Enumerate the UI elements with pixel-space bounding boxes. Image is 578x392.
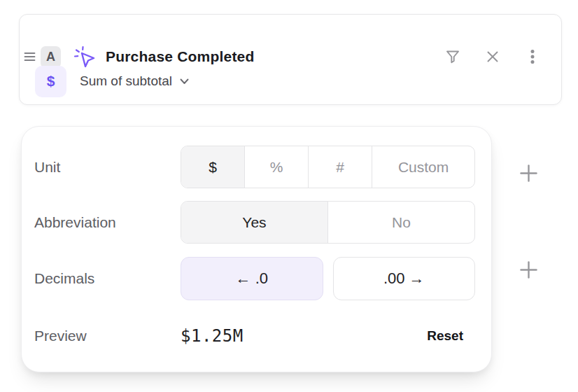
unit-option-currency[interactable]: $: [181, 146, 244, 188]
decimals-label: Decimals: [34, 270, 181, 287]
preview-value: $1.25M: [181, 326, 244, 346]
event-actions: [444, 48, 542, 66]
abbreviation-option-no[interactable]: No: [327, 202, 474, 243]
unit-row: Unit $ % # Custom: [34, 146, 475, 188]
abbreviation-row: Abbreviation Yes No: [34, 201, 475, 244]
unit-option-number[interactable]: #: [308, 146, 372, 188]
add-button-lower[interactable]: [519, 260, 538, 279]
metric-symbol-badge: $: [35, 66, 66, 97]
screen: A Purchase Completed: [0, 0, 578, 392]
decimals-controls: ← .0 .00 →: [181, 257, 475, 300]
abbreviation-segmented-control: Yes No: [181, 201, 475, 244]
format-panel: Unit $ % # Custom Abbreviation Yes No De…: [21, 126, 492, 372]
plus-icon: [519, 260, 538, 279]
metric-dropdown[interactable]: Sum of subtotal: [80, 74, 189, 89]
reset-button[interactable]: Reset: [427, 328, 463, 344]
close-icon[interactable]: [484, 48, 502, 66]
preview-row: Preview $1.25M Reset: [34, 314, 475, 358]
plus-icon: [519, 164, 538, 183]
decimals-row: Decimals ← .0 .00 →: [34, 257, 475, 300]
event-card: A Purchase Completed: [19, 14, 562, 105]
unit-label: Unit: [34, 159, 181, 176]
chevron-down-icon: [180, 78, 189, 85]
decimals-decrease-button[interactable]: ← .0: [181, 257, 323, 300]
event-title[interactable]: Purchase Completed: [106, 48, 255, 65]
event-order-badge: A: [41, 46, 61, 68]
event-metric-row: $ Sum of subtotal: [35, 65, 189, 97]
drag-handle-icon[interactable]: [24, 51, 36, 62]
preview-label: Preview: [34, 328, 181, 344]
abbreviation-label: Abbreviation: [34, 214, 181, 231]
filter-icon[interactable]: [444, 48, 462, 66]
abbreviation-option-yes[interactable]: Yes: [181, 202, 327, 243]
decimals-increase-button[interactable]: .00 →: [333, 257, 476, 300]
unit-option-percent[interactable]: %: [244, 146, 308, 188]
metric-label: Sum of subtotal: [80, 74, 172, 89]
add-button-upper[interactable]: [519, 163, 538, 183]
unit-option-custom[interactable]: Custom: [372, 146, 474, 188]
unit-segmented-control: $ % # Custom: [181, 146, 475, 188]
kebab-menu-icon[interactable]: [523, 48, 542, 66]
